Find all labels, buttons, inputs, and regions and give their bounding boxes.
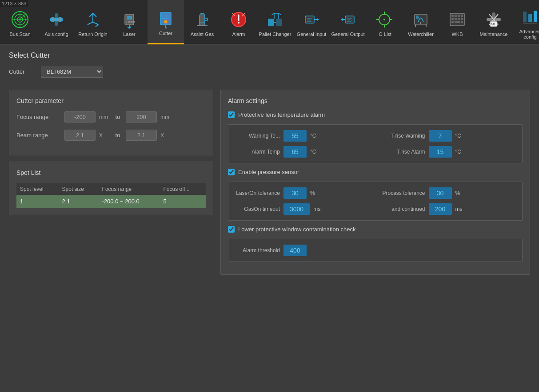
water-icon [411,8,431,31]
nav-item-laser[interactable]: Laser Laser [111,0,148,44]
cutter-select[interactable]: BLT682M BLT682S BLT1000M [41,66,103,78]
spot-table-header: Spot level Spot size Focus range Focus o… [16,183,206,195]
cutter-parameter-title: Cutter parameter [16,97,206,104]
gas-on-timeout-value[interactable]: 3000 [283,203,310,215]
alarm-temp-row: Alarm Temp 65 °C [236,146,370,158]
and-continued-row: and continued 200 ms [381,203,515,215]
col-spot-size: Spot size [59,183,99,195]
svg-rect-32 [268,19,274,26]
nav-label-cutter: Cutter [159,31,172,36]
nav-label-alarm: Alarm [232,32,245,37]
beam-range-min-unit: X [99,132,110,139]
beam-range-to: to [113,132,122,139]
alarm-settings-panel: Alarm settings Protective lens temperatu… [220,90,530,275]
cell-focus-off: 5 [160,195,206,208]
col-spot-level: Spot level [16,183,59,195]
lower-protective-checkbox[interactable] [228,226,235,233]
process-tol-label: Process tolerance [381,190,425,196]
focus-range-min[interactable]: -200 [64,111,96,123]
pressure-sensor-checkbox[interactable] [228,169,235,175]
nav-item-general-output[interactable]: General Output [330,0,366,44]
protective-lens-label: Protective lens temperature alarm [238,111,325,118]
nav-label-pallet-changer: Pallet Changer [259,32,291,37]
cutter-label: Cutter [9,68,36,75]
cutter-parameter-panel: Cutter parameter Focus range -200 mm to … [9,90,213,155]
spot-list-title: Spot List [16,169,206,176]
return-icon [83,8,103,31]
cutter-icon [156,8,176,30]
pressure-sensor-checkbox-row: Enable pressure sensor [228,169,523,175]
nav-item-waterchiller[interactable]: Waterchiller [403,0,439,44]
warning-temp-value[interactable]: 55 [283,130,307,142]
table-row[interactable]: 1 2.1 -200.0 ~ 200.0 5 [16,195,206,208]
nav-item-axis-config[interactable]: Axis config [38,0,75,44]
warning-temp-row: Warning Te... 55 °C [236,130,370,142]
laser-on-tol-unit: % [310,190,315,196]
nav-label-io-list: IO List [377,32,391,37]
laser-on-tol-value[interactable]: 30 [283,187,307,199]
svg-rect-65 [461,21,463,23]
t-rise-warning-value[interactable]: 7 [429,130,452,142]
process-tol-value[interactable]: 30 [429,187,452,199]
nav-item-maintenance[interactable]: ML Maintenance [475,0,512,44]
gas-on-timeout-row: GasOn timeout 3000 ms [236,203,370,215]
spot-list-panel: Spot List Spot level Spot size Focus ran… [9,162,213,215]
nav-label-bus-scan: Bus Scan [9,32,30,37]
warning-temp-label: Warning Te... [236,133,280,139]
svg-text:ML: ML [491,22,496,26]
right-column: Alarm settings Protective lens temperatu… [220,90,530,281]
dimension-badge: 539 × 392 [0,0,28,7]
advanced-icon [520,6,539,28]
svg-point-24 [165,27,167,28]
beam-range-label: Beam range [16,132,61,139]
t-rise-alarm-value[interactable]: 15 [429,146,452,158]
nav-item-wkb[interactable]: WKB [439,0,475,44]
cell-spot-level: 1 [16,195,59,208]
nav-item-assist-gas[interactable]: Assist Gas [184,0,220,44]
beam-range-min[interactable]: 2.1 [64,130,96,141]
alarm-settings-title: Alarm settings [228,97,523,104]
nav-item-pallet-changer[interactable]: Pallet Changer [257,0,293,44]
beam-range-max[interactable]: 2.1 [126,130,157,141]
svg-point-11 [59,19,61,20]
lower-protective-label: Lower protective window contamination ch… [238,226,355,233]
svg-rect-56 [455,15,457,17]
and-continued-value[interactable]: 200 [429,203,452,215]
t-rise-alarm-unit: °C [455,149,461,155]
svg-rect-60 [455,18,457,20]
focus-range-max[interactable]: 200 [126,111,157,123]
focus-range-max-unit: mm [160,114,171,120]
t-rise-warning-row: T-rise Warning 7 °C [381,130,515,142]
output-icon [338,8,358,31]
svg-point-6 [19,19,21,20]
protective-lens-checkbox-row: Protective lens temperature alarm [228,111,523,118]
gas-on-timeout-label: GasOn timeout [236,206,280,212]
svg-rect-62 [461,18,463,20]
protective-lens-checkbox[interactable] [228,111,235,118]
nav-item-advanced-config[interactable]: Advanced config [512,0,539,44]
left-column: Cutter parameter Focus range -200 mm to … [9,90,213,281]
alarm-threshold-value[interactable]: 400 [283,245,307,256]
svg-text:Laser: Laser [126,20,135,24]
and-continued-label: and continued [381,206,425,212]
focus-range-min-unit: mm [99,114,110,120]
nav-item-io-list[interactable]: IO List [366,0,403,44]
nav-label-return-origin: Return Origin [78,32,107,37]
pressure-sensor-label: Enable pressure sensor [238,169,299,175]
warning-temp-unit: °C [310,133,316,139]
laser-icon: Laser [119,8,140,31]
svg-rect-55 [451,15,454,17]
nav-item-return-origin[interactable]: Return Origin [75,0,111,44]
select-cutter-section: Select Cutter Cutter BLT682M BLT682S BLT… [9,51,530,78]
col-focus-range: Focus range [99,183,160,195]
laser-on-tol-row: LaserOn tolerance 30 % [236,187,370,199]
nav-item-alarm[interactable]: Alarm [220,0,257,44]
nav-label-advanced-config: Advanced config [513,29,539,40]
alarm-temp-value[interactable]: 65 [283,146,307,158]
svg-rect-57 [458,15,460,17]
svg-rect-12 [55,13,58,26]
gas-icon [192,8,212,31]
nav-item-cutter[interactable]: Cutter [148,0,184,44]
nav-item-general-input[interactable]: General Input [293,0,330,44]
svg-point-29 [238,22,240,24]
